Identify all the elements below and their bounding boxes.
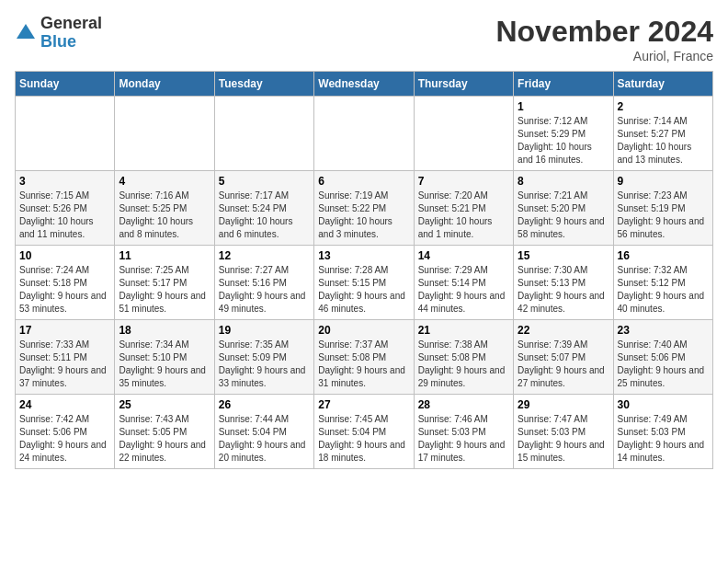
day-info: Sunrise: 7:42 AM Sunset: 5:06 PM Dayligh… — [19, 413, 110, 465]
column-header-tuesday: Tuesday — [214, 72, 313, 97]
column-header-friday: Friday — [514, 72, 613, 97]
calendar-week-3: 10Sunrise: 7:24 AM Sunset: 5:18 PM Dayli… — [16, 246, 713, 320]
day-number: 16 — [618, 249, 709, 262]
day-info: Sunrise: 7:43 AM Sunset: 5:05 PM Dayligh… — [119, 413, 210, 465]
calendar-cell: 25Sunrise: 7:43 AM Sunset: 5:05 PM Dayli… — [115, 395, 214, 469]
day-info: Sunrise: 7:21 AM Sunset: 5:20 PM Dayligh… — [518, 190, 609, 241]
day-number: 7 — [418, 175, 509, 188]
day-number: 29 — [518, 398, 609, 411]
day-number: 21 — [418, 324, 509, 337]
calendar-cell: 2Sunrise: 7:14 AM Sunset: 5:27 PM Daylig… — [613, 97, 712, 171]
day-number: 24 — [19, 398, 110, 411]
calendar-cell: 28Sunrise: 7:46 AM Sunset: 5:03 PM Dayli… — [414, 395, 513, 469]
calendar-cell — [16, 97, 115, 171]
svg-marker-0 — [17, 24, 35, 39]
day-number: 10 — [19, 249, 110, 262]
day-info: Sunrise: 7:37 AM Sunset: 5:08 PM Dayligh… — [318, 339, 409, 390]
calendar-cell: 10Sunrise: 7:24 AM Sunset: 5:18 PM Dayli… — [16, 246, 115, 320]
day-info: Sunrise: 7:16 AM Sunset: 5:25 PM Dayligh… — [119, 190, 210, 241]
calendar-cell: 26Sunrise: 7:44 AM Sunset: 5:04 PM Dayli… — [214, 395, 313, 469]
calendar-cell: 4Sunrise: 7:16 AM Sunset: 5:25 PM Daylig… — [115, 171, 214, 246]
title-section: November 2024 Auriol, France — [495, 15, 713, 63]
day-info: Sunrise: 7:46 AM Sunset: 5:03 PM Dayligh… — [418, 413, 509, 465]
day-number: 13 — [318, 249, 409, 262]
calendar-cell: 6Sunrise: 7:19 AM Sunset: 5:22 PM Daylig… — [314, 171, 414, 246]
day-number: 8 — [518, 175, 609, 188]
calendar-cell — [314, 97, 414, 171]
column-header-wednesday: Wednesday — [314, 72, 414, 97]
calendar-week-2: 3Sunrise: 7:15 AM Sunset: 5:26 PM Daylig… — [16, 171, 713, 246]
day-number: 2 — [618, 100, 709, 113]
day-info: Sunrise: 7:23 AM Sunset: 5:19 PM Dayligh… — [618, 190, 709, 241]
calendar-cell: 11Sunrise: 7:25 AM Sunset: 5:17 PM Dayli… — [115, 246, 214, 320]
day-info: Sunrise: 7:39 AM Sunset: 5:07 PM Dayligh… — [518, 339, 609, 390]
column-header-thursday: Thursday — [414, 72, 513, 97]
calendar-cell: 17Sunrise: 7:33 AM Sunset: 5:11 PM Dayli… — [16, 320, 115, 395]
day-number: 5 — [219, 175, 310, 188]
day-number: 14 — [418, 249, 509, 262]
day-info: Sunrise: 7:19 AM Sunset: 5:22 PM Dayligh… — [318, 190, 409, 241]
calendar-cell: 14Sunrise: 7:29 AM Sunset: 5:14 PM Dayli… — [414, 246, 513, 320]
day-number: 11 — [119, 249, 210, 262]
day-info: Sunrise: 7:29 AM Sunset: 5:14 PM Dayligh… — [418, 264, 509, 316]
calendar-cell: 8Sunrise: 7:21 AM Sunset: 5:20 PM Daylig… — [514, 171, 613, 246]
day-info: Sunrise: 7:32 AM Sunset: 5:12 PM Dayligh… — [618, 264, 709, 316]
day-info: Sunrise: 7:17 AM Sunset: 5:24 PM Dayligh… — [219, 190, 310, 241]
day-info: Sunrise: 7:28 AM Sunset: 5:15 PM Dayligh… — [318, 264, 409, 316]
calendar-cell: 12Sunrise: 7:27 AM Sunset: 5:16 PM Dayli… — [214, 246, 313, 320]
day-info: Sunrise: 7:35 AM Sunset: 5:09 PM Dayligh… — [219, 339, 310, 390]
day-number: 3 — [19, 175, 110, 188]
calendar-cell: 20Sunrise: 7:37 AM Sunset: 5:08 PM Dayli… — [314, 320, 414, 395]
day-info: Sunrise: 7:33 AM Sunset: 5:11 PM Dayligh… — [19, 339, 110, 390]
calendar-week-1: 1Sunrise: 7:12 AM Sunset: 5:29 PM Daylig… — [16, 97, 713, 171]
day-info: Sunrise: 7:40 AM Sunset: 5:06 PM Dayligh… — [618, 339, 709, 390]
day-number: 1 — [518, 100, 609, 113]
day-number: 26 — [219, 398, 310, 411]
calendar-cell: 16Sunrise: 7:32 AM Sunset: 5:12 PM Dayli… — [613, 246, 712, 320]
day-info: Sunrise: 7:15 AM Sunset: 5:26 PM Dayligh… — [19, 190, 110, 241]
day-info: Sunrise: 7:24 AM Sunset: 5:18 PM Dayligh… — [19, 264, 110, 316]
calendar-cell: 30Sunrise: 7:49 AM Sunset: 5:03 PM Dayli… — [613, 395, 712, 469]
day-number: 12 — [219, 249, 310, 262]
day-info: Sunrise: 7:12 AM Sunset: 5:29 PM Dayligh… — [518, 115, 609, 167]
day-number: 15 — [518, 249, 609, 262]
calendar-cell: 27Sunrise: 7:45 AM Sunset: 5:04 PM Dayli… — [314, 395, 414, 469]
column-header-saturday: Saturday — [613, 72, 712, 97]
day-number: 6 — [318, 175, 409, 188]
calendar-week-4: 17Sunrise: 7:33 AM Sunset: 5:11 PM Dayli… — [16, 320, 713, 395]
day-number: 30 — [618, 398, 709, 411]
day-info: Sunrise: 7:38 AM Sunset: 5:08 PM Dayligh… — [418, 339, 509, 390]
calendar-cell: 5Sunrise: 7:17 AM Sunset: 5:24 PM Daylig… — [214, 171, 313, 246]
logo-blue: Blue — [40, 33, 102, 52]
location: Auriol, France — [495, 49, 713, 63]
calendar-cell: 1Sunrise: 7:12 AM Sunset: 5:29 PM Daylig… — [514, 97, 613, 171]
logo: General Blue — [15, 15, 102, 52]
calendar-cell: 21Sunrise: 7:38 AM Sunset: 5:08 PM Dayli… — [414, 320, 513, 395]
calendar-cell: 23Sunrise: 7:40 AM Sunset: 5:06 PM Dayli… — [613, 320, 712, 395]
calendar-cell: 29Sunrise: 7:47 AM Sunset: 5:03 PM Dayli… — [514, 395, 613, 469]
logo-general: General — [40, 15, 102, 33]
calendar-cell: 9Sunrise: 7:23 AM Sunset: 5:19 PM Daylig… — [613, 171, 712, 246]
month-title: November 2024 — [495, 15, 713, 49]
calendar-cell: 13Sunrise: 7:28 AM Sunset: 5:15 PM Dayli… — [314, 246, 414, 320]
calendar-cell: 22Sunrise: 7:39 AM Sunset: 5:07 PM Dayli… — [514, 320, 613, 395]
day-number: 22 — [518, 324, 609, 337]
day-info: Sunrise: 7:49 AM Sunset: 5:03 PM Dayligh… — [618, 413, 709, 465]
day-info: Sunrise: 7:20 AM Sunset: 5:21 PM Dayligh… — [418, 190, 509, 241]
calendar-table: SundayMondayTuesdayWednesdayThursdayFrid… — [15, 71, 713, 469]
calendar-cell — [115, 97, 214, 171]
page-header: General Blue November 2024 Auriol, Franc… — [15, 15, 713, 63]
day-info: Sunrise: 7:30 AM Sunset: 5:13 PM Dayligh… — [518, 264, 609, 316]
day-info: Sunrise: 7:27 AM Sunset: 5:16 PM Dayligh… — [219, 264, 310, 316]
calendar-cell — [214, 97, 313, 171]
day-info: Sunrise: 7:45 AM Sunset: 5:04 PM Dayligh… — [318, 413, 409, 465]
calendar-cell: 15Sunrise: 7:30 AM Sunset: 5:13 PM Dayli… — [514, 246, 613, 320]
day-info: Sunrise: 7:47 AM Sunset: 5:03 PM Dayligh… — [518, 413, 609, 465]
calendar-cell: 24Sunrise: 7:42 AM Sunset: 5:06 PM Dayli… — [16, 395, 115, 469]
calendar-cell: 19Sunrise: 7:35 AM Sunset: 5:09 PM Dayli… — [214, 320, 313, 395]
day-number: 27 — [318, 398, 409, 411]
calendar-week-5: 24Sunrise: 7:42 AM Sunset: 5:06 PM Dayli… — [16, 395, 713, 469]
day-info: Sunrise: 7:44 AM Sunset: 5:04 PM Dayligh… — [219, 413, 310, 465]
day-number: 17 — [19, 324, 110, 337]
day-info: Sunrise: 7:34 AM Sunset: 5:10 PM Dayligh… — [119, 339, 210, 390]
